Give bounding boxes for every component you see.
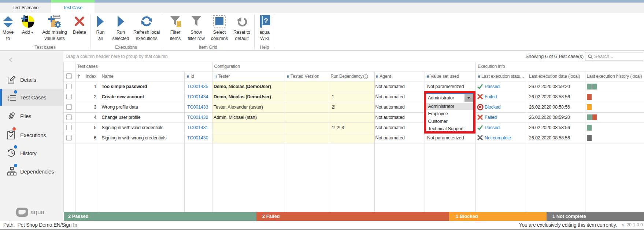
- svg-text:?: ?: [364, 74, 366, 79]
- svg-text:?: ?: [264, 17, 268, 25]
- svg-text:3: 3: [8, 99, 9, 102]
